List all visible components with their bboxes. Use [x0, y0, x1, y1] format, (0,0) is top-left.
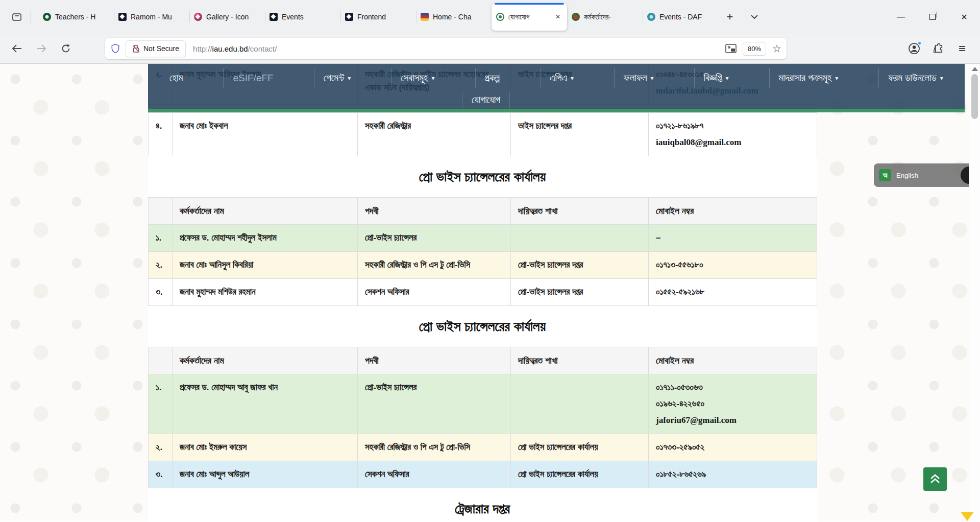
- nav-item-madrasah-letters[interactable]: মাদরাসার পত্রসমূহ▾: [769, 68, 848, 88]
- list-all-tabs-button[interactable]: [746, 8, 763, 26]
- browser-toolbar: Not Secure http://iau.edu.bd/contact/ 80…: [0, 34, 980, 64]
- page-content: ২. জনাব মুহাম্মদ আরিফুল ইসলাম সহকারী রেজ…: [148, 64, 817, 521]
- cell-designation: সহকারী রেজিস্ট্রার ও পি এস টু প্রো-ভিসি: [358, 434, 511, 461]
- tab-frontend[interactable]: Frontend: [340, 3, 416, 31]
- url-bar[interactable]: Not Secure http://iau.edu.bd/contact/ 80…: [105, 38, 787, 59]
- url-scheme: http://: [193, 44, 212, 53]
- tab-events[interactable]: Events: [265, 3, 340, 31]
- translate-language-label: English: [896, 172, 918, 179]
- header-name: কর্মকর্তাদের নাম: [173, 347, 358, 374]
- nav-item-apa[interactable]: এপিএ▾: [540, 68, 583, 88]
- graduation-cap-favicon-icon: [345, 13, 353, 21]
- nav-item-projects[interactable]: প্রকল্প: [475, 68, 509, 88]
- tab-kormokorta[interactable]: কর্মকর্তাদের-: [567, 3, 643, 31]
- forward-button[interactable]: [33, 40, 50, 57]
- cell-mobile: ০১৭১৩-৫৫৬১৮০: [649, 252, 817, 279]
- nav-item-esif[interactable]: eSIF/eFF: [223, 68, 282, 88]
- not-secure-label: Not Secure: [143, 44, 179, 53]
- cell-branch: প্রো ভাইস চ্যান্সেলরের কার্যালয়: [511, 434, 649, 461]
- page-flow: ৪. জনাব মোঃ ইকবাল সহকারী রেজিস্ট্রার ভাই…: [148, 64, 817, 521]
- page-viewport: ২. জনাব মুহাম্মদ আরিফুল ইসলাম সহকারী রেজ…: [0, 64, 980, 521]
- scroll-to-top-button[interactable]: [923, 467, 947, 491]
- nav-label: ফরম ডাউনলোড: [888, 73, 937, 84]
- tab-title: Events - DAF: [659, 13, 714, 21]
- extensions-button[interactable]: [934, 43, 945, 55]
- yellow-scroll-marker-icon[interactable]: [961, 512, 974, 521]
- tab-title: Ramom - Mu: [131, 13, 185, 21]
- url-text[interactable]: http://iau.edu.bd/contact/: [193, 44, 725, 53]
- cell-branch: [511, 374, 649, 434]
- caret-down-icon: ▾: [348, 75, 351, 82]
- nav-label: মাদরাসার পত্রসমূহ: [779, 73, 832, 84]
- tab-jogajog-active[interactable]: যোগাযোগ ✕: [492, 3, 567, 31]
- reload-icon: [61, 44, 70, 53]
- nav-item-contact[interactable]: যোগাযোগ: [462, 92, 510, 108]
- bangla-letter-icon: অ: [879, 169, 891, 181]
- restore-icon: [929, 14, 936, 20]
- cell-branch: প্রো-ভাইস চ্যান্সেলর দপ্তর: [511, 252, 649, 279]
- minimize-button[interactable]: —: [885, 0, 917, 34]
- tab-home-chap[interactable]: Home - Cha: [416, 3, 492, 31]
- tab-teachers[interactable]: Teachers - H: [38, 3, 114, 31]
- back-button[interactable]: [8, 40, 26, 57]
- tab-events-daf[interactable]: Events - DAF: [643, 3, 718, 31]
- scrollbar-up-arrow-icon[interactable]: [972, 67, 978, 71]
- section-title: প্রো ভাইস চ্যান্সেলরের কার্যালয়: [148, 156, 817, 197]
- cell-serial: ৩.: [149, 461, 173, 488]
- caret-down-icon: ▾: [940, 75, 943, 82]
- mobile-number: ০১৭২১-৮৬১৯৮৭: [656, 120, 810, 133]
- picture-in-picture-icon[interactable]: [725, 44, 737, 53]
- cell-serial: ৪.: [149, 113, 173, 156]
- tab-close-icon[interactable]: ✕: [553, 12, 562, 21]
- round-logo-favicon-icon: [647, 13, 655, 21]
- nav-label: প্রকল্প: [485, 73, 500, 84]
- carryover-table: ৪. জনাব মোঃ ইকবাল সহকারী রেজিস্ট্রার ভাই…: [148, 112, 817, 156]
- caret-down-icon: ▾: [835, 75, 838, 82]
- forward-arrow-icon: [36, 44, 46, 53]
- nav-label: এপিএ: [550, 73, 567, 84]
- header-mobile: মোবাইল নম্বর: [649, 347, 817, 374]
- scrollbar-thumb[interactable]: [971, 74, 978, 119]
- reload-button[interactable]: [57, 40, 75, 57]
- tab-ramom[interactable]: Ramom - Mu: [114, 3, 189, 31]
- cell-designation: সহকারী রেজিস্ট্রার ও পি এস টু প্রো-ভিসি: [358, 252, 511, 279]
- bookmark-star-icon[interactable]: ☆: [772, 42, 781, 55]
- double-chevron-up-icon: [929, 474, 941, 484]
- nav-label: পেমেন্ট: [324, 73, 344, 84]
- zoom-level-badge[interactable]: 80%: [743, 42, 766, 56]
- new-tab-button[interactable]: +: [721, 8, 739, 26]
- firefox-view-button[interactable]: [8, 8, 26, 26]
- nav-label: হোম: [169, 73, 183, 84]
- cell-name: জনাব মোঃ আনিসুল কিবরিয়া: [173, 252, 358, 279]
- nav-label: সেবাসমূহ: [401, 73, 428, 84]
- table-row: ২. জনাব মোঃ আনিসুল কিবরিয়া সহকারী রেজিস…: [149, 252, 817, 279]
- nav-item-notices[interactable]: বিজ্ঞপ্তি▾: [694, 68, 738, 88]
- teachers-favicon-icon: [43, 13, 51, 21]
- nav-item-results[interactable]: ফলাফল▾: [614, 68, 663, 88]
- page-scrollbar[interactable]: [969, 64, 980, 521]
- puzzle-icon: [934, 43, 945, 55]
- table-header-row: কর্মকর্তাদের নাম পদবী দায়িত্বরত শাখা মো…: [149, 198, 817, 225]
- tab-title: যোগাযোগ: [508, 13, 549, 21]
- translate-widget[interactable]: অ English: [874, 163, 980, 187]
- govt-seal-favicon-icon: [572, 13, 580, 21]
- nav-item-services[interactable]: সেবাসমূহ▾: [391, 68, 444, 88]
- nav-item-payment[interactable]: পেমেন্ট▾: [314, 68, 360, 88]
- nav-item-home[interactable]: হোম: [160, 68, 192, 88]
- account-button[interactable]: [908, 42, 920, 55]
- mobile-number: ০১৭১১-০৫৩০৬৩: [656, 381, 810, 394]
- table-row: ২. জনাব মোঃ ইমরুল কায়েস সহকারী রেজিস্ট্…: [149, 434, 817, 461]
- table-row: ১. প্রফেসর ড. মোহাম্মদ আবু জাফর খান প্রো…: [149, 374, 817, 434]
- email-address: jaforiu67@gmail.com: [656, 414, 810, 427]
- site-security-chip[interactable]: Not Secure: [126, 40, 186, 57]
- tab-gallery[interactable]: Gallery - Icon: [189, 3, 265, 31]
- header-branch: দায়িত্বরত শাখা: [511, 347, 649, 374]
- menu-button[interactable]: ≡: [959, 42, 966, 55]
- browser-tab-bar: Teachers - H Ramom - Mu Gallery - Icon E…: [0, 0, 980, 34]
- cell-mobile: ০১৮৫২-৮৬৫২৬৯: [649, 461, 817, 488]
- header-designation: পদবী: [358, 347, 511, 374]
- restore-button[interactable]: [917, 0, 948, 34]
- close-button[interactable]: ✕: [948, 0, 980, 34]
- nav-item-form-download[interactable]: ফরম ডাউনলোড▾: [878, 68, 952, 88]
- shield-icon[interactable]: [110, 43, 120, 54]
